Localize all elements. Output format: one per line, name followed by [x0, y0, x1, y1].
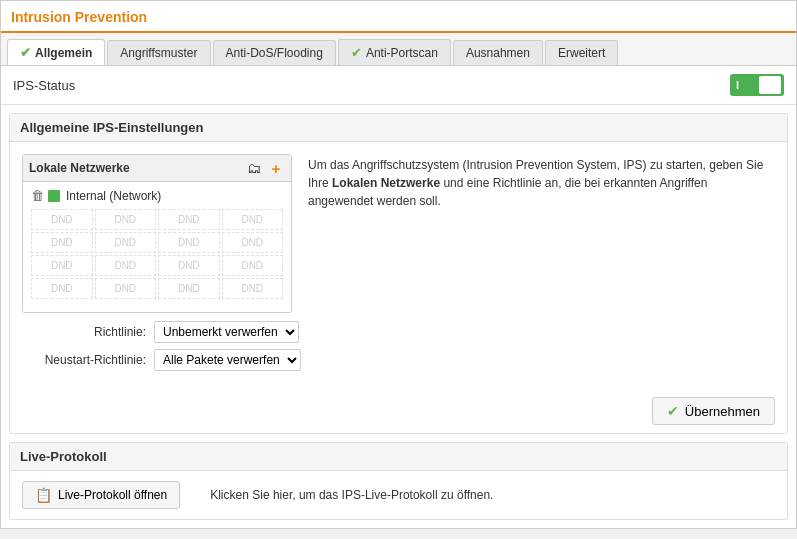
dnd-grid: DND DND DND DND DND DND DND DND DND DND … — [27, 205, 287, 303]
live-log-section: Live-Protokoll 📋 Live-Protokoll öffnen K… — [9, 442, 788, 520]
check-icon-portscan: ✔ — [351, 45, 362, 60]
live-log-description: Klicken Sie hier, um das IPS-Live-Protok… — [210, 488, 493, 502]
network-panel: Lokale Netzwerke 🗂 + 🗑 Internal (Network… — [22, 154, 292, 377]
dnd-cell: DND — [222, 209, 284, 230]
tab-anti-dos[interactable]: Anti-DoS/Flooding — [213, 40, 336, 65]
network-box-content: 🗑 Internal (Network) DND DND DND DND DND… — [23, 182, 291, 312]
page-title: Intrusion Prevention — [11, 9, 147, 25]
dnd-cell: DND — [95, 209, 157, 230]
tab-erweitert[interactable]: Erweitert — [545, 40, 618, 65]
network-box-header: Lokale Netzwerke 🗂 + — [23, 155, 291, 182]
live-log-header: Live-Protokoll — [10, 443, 787, 471]
dnd-cell: DND — [158, 209, 220, 230]
title-bar: Intrusion Prevention — [1, 1, 796, 33]
toggle-knob — [759, 76, 781, 94]
dnd-cell: DND — [31, 278, 93, 299]
apply-check-icon: ✔ — [667, 403, 679, 419]
neustart-richtlinie-select[interactable]: Alle Pakete verwerfen Pakete durchlassen — [154, 349, 301, 371]
neustart-richtlinie-label: Neustart-Richtlinie: — [26, 353, 146, 367]
tab-allgemein[interactable]: ✔ Allgemein — [7, 39, 105, 65]
ips-status-label: IPS-Status — [13, 78, 75, 93]
description-text: Um das Angriffschutzsystem (Intrusion Pr… — [308, 154, 775, 377]
tab-anti-portscan[interactable]: ✔ Anti-Portscan — [338, 39, 451, 65]
log-icon: 📋 — [35, 487, 52, 503]
dnd-cell: DND — [95, 255, 157, 276]
live-log-body: 📋 Live-Protokoll öffnen Klicken Sie hier… — [10, 471, 787, 519]
allgemeine-section-body: Lokale Netzwerke 🗂 + 🗑 Internal (Network… — [10, 142, 787, 389]
apply-row: ✔ Übernehmen — [10, 389, 787, 433]
apply-label: Übernehmen — [685, 404, 760, 419]
live-log-button[interactable]: 📋 Live-Protokoll öffnen — [22, 481, 180, 509]
allgemeine-section-header: Allgemeine IPS-Einstellungen — [10, 114, 787, 142]
network-box-icons: 🗂 + — [245, 159, 285, 177]
tab-ausnahmen[interactable]: Ausnahmen — [453, 40, 543, 65]
richtlinie-row: Richtlinie: Unbemerkt verwerfen Verwerfe… — [26, 321, 288, 343]
form-fields: Richtlinie: Unbemerkt verwerfen Verwerfe… — [22, 321, 292, 371]
network-flag-icon — [48, 190, 60, 202]
folder-icon[interactable]: 🗂 — [245, 159, 263, 177]
tabs-bar: ✔ Allgemein Angriffsmuster Anti-DoS/Floo… — [1, 33, 796, 66]
dnd-cell: DND — [95, 278, 157, 299]
dnd-cell: DND — [158, 232, 220, 253]
add-network-icon[interactable]: + — [267, 159, 285, 177]
main-window: Intrusion Prevention ✔ Allgemein Angriff… — [0, 0, 797, 529]
richtlinie-label: Richtlinie: — [26, 325, 146, 339]
toggle-on-label: I — [736, 79, 740, 91]
ips-status-row: IPS-Status I — [1, 66, 796, 105]
dnd-cell: DND — [222, 232, 284, 253]
tab-angriffsmuster[interactable]: Angriffsmuster — [107, 40, 210, 65]
network-box: Lokale Netzwerke 🗂 + 🗑 Internal (Network… — [22, 154, 292, 313]
dnd-cell: DND — [222, 255, 284, 276]
apply-button[interactable]: ✔ Übernehmen — [652, 397, 775, 425]
dnd-cell: DND — [31, 232, 93, 253]
delete-item-icon[interactable]: 🗑 — [31, 188, 44, 203]
dnd-cell: DND — [158, 278, 220, 299]
desc-bold: Lokalen Netzwerke — [332, 176, 440, 190]
richtlinie-select[interactable]: Unbemerkt verwerfen Verwerfen Ablehnen P… — [154, 321, 299, 343]
live-log-btn-label: Live-Protokoll öffnen — [58, 488, 167, 502]
dnd-cell: DND — [31, 209, 93, 230]
check-icon-allgemein: ✔ — [20, 45, 31, 60]
dnd-cell: DND — [222, 278, 284, 299]
dnd-cell: DND — [31, 255, 93, 276]
network-item-label: Internal (Network) — [66, 189, 161, 203]
dnd-cell: DND — [158, 255, 220, 276]
allgemeine-section: Allgemeine IPS-Einstellungen Lokale Netz… — [9, 113, 788, 434]
network-box-title: Lokale Netzwerke — [29, 161, 130, 175]
network-item: 🗑 Internal (Network) — [27, 186, 287, 205]
dnd-cell: DND — [95, 232, 157, 253]
neustart-richtlinie-row: Neustart-Richtlinie: Alle Pakete verwerf… — [26, 349, 288, 371]
ips-toggle[interactable]: I — [730, 74, 784, 96]
